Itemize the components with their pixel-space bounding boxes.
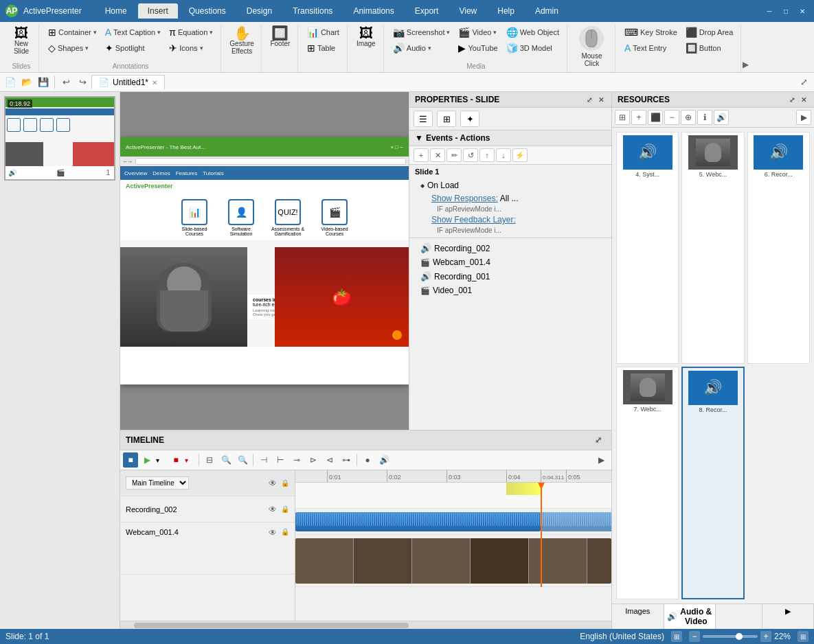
recording-002-item[interactable]: 🔊 Recording_002 [409,241,611,255]
nav-tab-view[interactable]: View [449,3,486,19]
zoom-slider[interactable] [703,635,758,638]
webcam-001-item[interactable]: 🎬 Webcam_001.4 [409,255,611,269]
resources-tab-audio-video[interactable]: 🔊 Audio & Video [664,604,716,629]
align-end-button[interactable]: ⊢ [273,452,288,468]
fit-view-button[interactable]: ⊞ [798,631,809,642]
event-lightning-button[interactable]: ⚡ [512,148,528,162]
resources-close-button[interactable]: ✕ [799,95,809,104]
properties-close-button[interactable]: ✕ [596,95,606,104]
button-button[interactable]: 🔲 Button [682,41,737,56]
res-minus-button[interactable]: − [664,110,679,125]
equation-button[interactable]: π Equation ▾ [166,25,216,40]
dock-panel-button[interactable]: ⤢ [796,75,811,90]
zoom-out-button[interactable]: 🔍 [218,452,234,468]
document-tab[interactable]: 📄 Untitled1* ✕ [91,75,165,89]
trim-start-button[interactable]: ⊳ [306,452,321,468]
undo-button[interactable]: ↩ [58,75,74,90]
res-grid-view-button[interactable]: ⊞ [615,110,630,125]
youtube-button[interactable]: ▶ YouTube [455,41,501,56]
show-responses-link[interactable]: Show Responses: [431,194,498,203]
res-audio-button[interactable]: 🔊 [714,110,729,125]
res-zoom-button[interactable]: ⊕ [681,110,696,125]
icons-button[interactable]: ✈ Icons ▾ [166,41,216,56]
scrollbar-thumb[interactable] [134,623,409,628]
open-file-button[interactable]: 📂 [19,75,34,90]
container-button[interactable]: ⊞ Container ▾ [45,25,100,40]
webcam-visibility[interactable]: 👁 [269,528,277,538]
res-more-button[interactable]: ▶ [796,110,811,125]
recording-002-clip[interactable] [295,512,541,531]
3d-model-button[interactable]: 🧊 3D Model [503,41,563,56]
web-object-button[interactable]: 🌐 Web Object [503,25,563,40]
resource-item-5[interactable]: 5. Webc... [681,132,744,364]
main-lock-button[interactable]: 🔒 [281,479,289,487]
table-button[interactable]: ⊞ Table [304,41,343,56]
screenshot-button[interactable]: 📷 Screenshot ▾ [389,25,454,40]
mute-button[interactable]: 🔊 [376,452,392,468]
shapes-button[interactable]: ◇ Shapes ▾ [45,41,100,56]
collapse-arrow[interactable]: ▼ [415,133,423,143]
trim-end-button[interactable]: ⊲ [322,452,337,468]
properties-tab-style[interactable]: ✦ [460,111,479,127]
timeline-track-select[interactable]: Main Timeline [126,476,189,490]
audio-button[interactable]: 🔊 Audio ▾ [389,41,454,56]
main-visibility-button[interactable]: 👁 [269,479,277,488]
res-delete-button[interactable]: ⬛ [648,110,663,125]
slide-thumbnail-1[interactable]: 0:18.92 🔊 🎬 1 [4,96,115,181]
timeline-scrollbar[interactable] [120,621,611,629]
properties-dock-button[interactable]: ⤢ [585,95,594,104]
play-dropdown[interactable]: ▾ [156,455,167,465]
event-add-button[interactable]: + [414,148,429,162]
split-button[interactable]: ⊸ [289,452,304,468]
properties-tab-layout[interactable]: ⊞ [437,111,456,127]
normal-view-button[interactable]: ⊞ [671,631,682,642]
image-button[interactable]: 🖼 Image [353,25,379,49]
event-down-button[interactable]: ↓ [496,148,511,162]
timeline-play-button[interactable]: ▶ [139,452,155,468]
nav-tab-design[interactable]: Design [237,3,282,19]
key-stroke-button[interactable]: ⌨ Key Stroke [621,25,681,40]
new-file-button[interactable]: 📄 [3,75,18,90]
minimize-button[interactable]: ─ [763,5,776,17]
recording-002-lock[interactable]: 🔒 [281,505,289,513]
nav-tab-export[interactable]: Export [405,3,449,19]
footer-button[interactable]: 🔲 Footer [267,25,293,49]
nav-tab-admin[interactable]: Admin [525,3,568,19]
spotlight-button[interactable]: ✦ Spotlight [102,41,165,56]
close-button[interactable]: ✕ [796,5,809,17]
properties-tab-grid[interactable]: ☰ [414,111,433,127]
resources-dock-button[interactable]: ⤢ [787,95,797,104]
zoom-out-button[interactable]: − [689,631,700,642]
recording-001-item[interactable]: 🔊 Recording_001 [409,269,611,284]
new-slide-button[interactable]: 🖼 NewSlide [8,25,34,56]
nav-tab-transitions[interactable]: Transitions [283,3,342,19]
video-button[interactable]: 🎬 Video ▾ [455,25,501,40]
drop-area-button[interactable]: ⬛ Drop Area [682,25,737,40]
webcam-clip[interactable] [295,538,611,584]
resource-item-7[interactable]: 7. Webc... [616,367,679,600]
marker-button[interactable]: ● [360,452,375,468]
nav-tab-animations[interactable]: Animations [343,3,403,19]
nav-tab-insert[interactable]: Insert [138,3,178,19]
zoom-in-button[interactable]: 🔍 [235,452,250,468]
webcam-lock[interactable]: 🔒 [281,528,289,536]
save-button[interactable]: 💾 [36,75,51,90]
res-info-button[interactable]: ℹ [697,110,712,125]
resource-item-6[interactable]: 🔊 6. Recor... [747,132,810,364]
text-entry-button[interactable]: A Text Entry [621,41,681,56]
event-reset-button[interactable]: ↺ [463,148,478,162]
recording-002-clip-2[interactable] [541,512,611,531]
show-feedback-link[interactable]: Show Feedback Layer: [431,215,516,225]
timeline-more-button[interactable]: ▶ [593,452,609,468]
gesture-effects-button[interactable]: ✋ GestureEffects [227,25,257,56]
timeline-record-button[interactable]: ■ [168,452,183,468]
resources-tab-images[interactable]: Images [612,604,664,629]
event-remove-button[interactable]: ✕ [430,148,445,162]
align-start-button[interactable]: ⊣ [256,452,271,468]
mouse-click-button[interactable]: MouseClick [573,25,611,69]
nav-tab-home[interactable]: Home [95,3,137,19]
event-up-button[interactable]: ↑ [479,148,495,162]
recording-002-visibility[interactable]: 👁 [269,505,277,514]
nav-tab-questions[interactable]: Questions [179,3,236,19]
resource-item-8[interactable]: 🔊 8. Recor... [681,367,744,600]
